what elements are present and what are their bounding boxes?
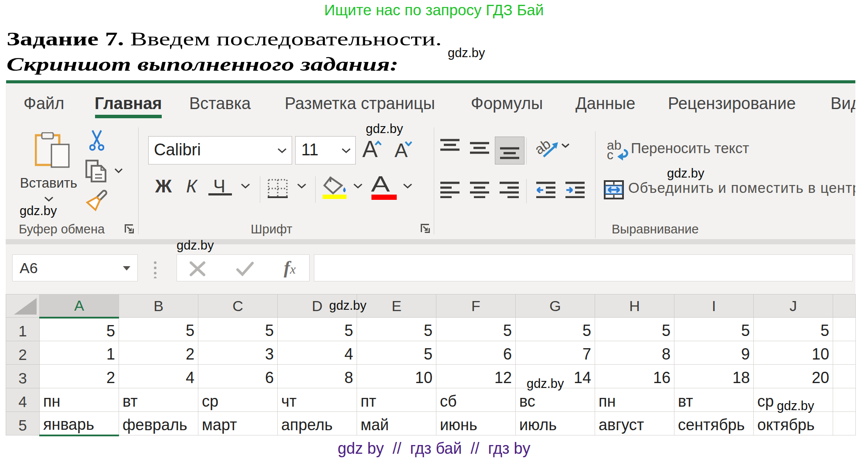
svg-text:c: c — [607, 147, 613, 162]
